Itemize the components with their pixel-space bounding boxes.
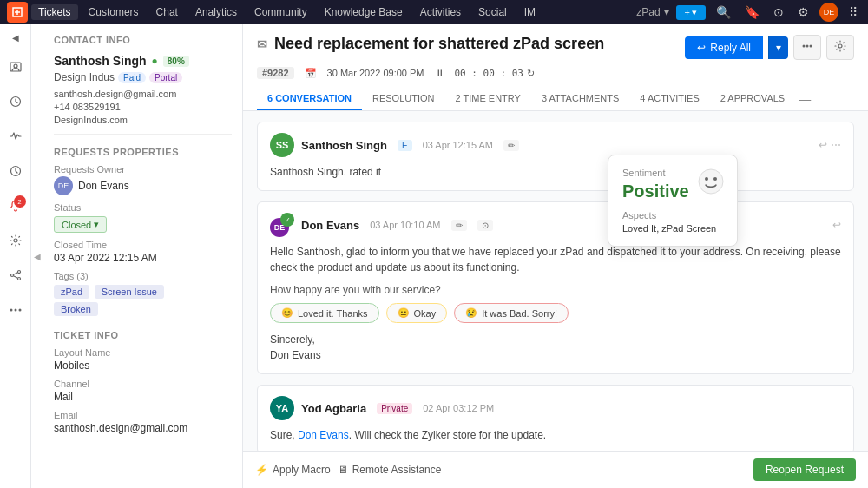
layout-value: Mobiles [54,359,232,372]
sidebar-icon-notifications[interactable]: 2 [3,194,28,218]
apply-macro-btn[interactable]: ⚡ Apply Macro [255,464,331,476]
tab-conversation[interactable]: 6 CONVERSATION [257,88,362,110]
svg-point-9 [10,309,12,312]
sidebar-icon-more[interactable] [3,298,28,322]
user-avatar[interactable]: DE [819,3,838,22]
msg-avatar-santhosh: SS [270,133,294,157]
sidebar-icon-activity[interactable] [3,124,28,148]
reply-all-button[interactable]: ↩ Reply All [685,36,763,59]
remote-icon: 🖥 [338,464,348,476]
message-header-3: YA Yod Agbaria Private 02 Apr 03:12 PM [270,396,841,420]
channel-label: Channel [54,379,232,389]
ticket-id: #9282 [257,67,294,79]
message-card-3: YA Yod Agbaria Private 02 Apr 03:12 PM S… [257,385,854,451]
nav-item-analytics[interactable]: Analytics [188,4,244,20]
status-value: Closed [62,220,91,230]
contact-score: 80% [163,56,189,67]
search-icon[interactable]: 🔍 [713,3,734,21]
msg-badge-don2: ⊙ [477,220,493,231]
closed-time-value: 03 Apr 2022 12:15 AM [54,252,232,264]
help-icon[interactable]: ⊙ [770,3,787,21]
owner-avatar: DE [54,176,73,195]
msg-badge-email: E [398,140,412,151]
more-options-button[interactable] [793,35,821,60]
channel-value: Mail [54,391,232,403]
calendar-icon: 📅 [305,68,317,79]
don-evans-link[interactable]: Don Evans [298,429,349,441]
msg-badge-edit: ✏ [503,140,519,151]
nav-item-chat[interactable]: Chat [149,4,185,20]
message-header-1: SS Santhosh Singh E 03 Apr 12:15 AM ✏ ↩ … [270,133,841,157]
status-badge[interactable]: Closed ▾ [54,216,107,233]
ticket-meta: #9282 📅 30 Mar 2022 09:00 PM ⏸ 00 : 00 :… [257,67,854,79]
msg-avatar-yod: YA [270,396,294,420]
pause-icon[interactable]: ⏸ [435,68,444,78]
msg-icon-reply2[interactable]: ↩ [832,219,841,231]
brand-label: zPad ▾ [636,6,668,18]
msg-icons-2: ↩ [832,219,841,231]
panel-collapse-btn[interactable]: ◀ [31,24,43,488]
remote-assistance-btn[interactable]: 🖥 Remote Assistance [338,464,442,476]
nav-item-customers[interactable]: Customers [82,4,146,20]
svg-point-6 [17,271,20,274]
rating-bad-btn[interactable]: 😢 It was Bad. Sorry! [454,303,569,323]
msg-icon-reply[interactable]: ↩ [819,139,827,151]
rating-section: How happy are you with our service? 😊 Lo… [270,284,841,323]
tab-attachments[interactable]: 3 ATTACHMENTS [531,88,629,110]
tab-approvals[interactable]: 2 APPROVALS [710,88,795,110]
ticket-info-title: TICKET INFO [54,330,232,340]
tag-portal: Portal [149,72,182,83]
sidebar-icon-settings2[interactable] [3,228,28,253]
message-header-2: DE ✓ Don Evans 03 Apr 10:10 AM ✏ ⊙ ↩ [270,213,841,237]
tab-time-entry[interactable]: 2 TIME ENTRY [445,88,531,110]
settings-ticket-button[interactable] [826,35,854,60]
nav-item-activities[interactable]: Activities [413,4,468,20]
sidebar-icon-share[interactable] [3,263,28,287]
contact-phone: +14 083529191 [54,102,232,112]
svg-point-8 [14,309,16,312]
apps-icon[interactable]: ⠿ [845,3,861,21]
new-button[interactable]: + ▾ [676,5,706,20]
nav-item-knowledge-base[interactable]: Knowledge Base [318,4,410,20]
nav-item-im[interactable]: IM [517,4,542,20]
msg-name-don: Don Evans [301,219,359,232]
msg-body-1: Santhosh Singh. rated it [270,164,841,180]
company-row: Design Indus Paid Portal [54,71,232,83]
tab-resolution[interactable]: RESOLUTION [362,88,445,110]
msg-time-1: 03 Apr 12:15 AM [423,140,493,150]
rating-okay-btn[interactable]: 😐 Okay [386,303,448,323]
owner-label: Requests Owner [54,164,232,175]
sidebar-collapse-btn[interactable]: ◀ [10,31,21,44]
rating-loved-btn[interactable]: 😊 Loved it. Thanks [270,303,379,323]
tag-screen-issue: Screen Issue [95,285,164,299]
rating-options: 😊 Loved it. Thanks 😐 Okay 😢 It was Bad. … [270,303,841,323]
tabs-more-icon[interactable]: — [799,92,811,106]
app-logo[interactable] [7,2,28,23]
svg-point-5 [10,274,13,277]
ticket-tabs: 6 CONVERSATION RESOLUTION 2 TIME ENTRY 3… [257,88,854,110]
contact-sidebar: CONTACT INFO Santhosh Singh ● 80% Design… [43,24,243,488]
contact-info-title: CONTACT INFO [54,35,232,45]
contact-website: DesignIndus.com [54,115,232,125]
sidebar-icon-time[interactable] [3,159,28,183]
settings-icon[interactable]: ⚙ [794,3,812,21]
owner-row: DE Don Evans [54,176,232,195]
macro-icon: ⚡ [255,464,268,476]
tab-activities[interactable]: 4 ACTIVITIES [629,88,709,110]
nav-item-community[interactable]: Community [247,4,314,20]
rating-question: How happy are you with our service? [270,284,841,296]
bottom-left-actions: ⚡ Apply Macro 🖥 Remote Assistance [255,464,441,476]
sidebar-icon-contacts[interactable] [3,55,28,79]
reopen-request-button[interactable]: Reopen Request [753,458,856,481]
bookmark-icon[interactable]: 🔖 [741,3,763,21]
ticket-actions: ↩ Reply All ▾ [685,35,854,60]
refresh-icon[interactable]: ↻ [527,68,535,79]
reply-all-dropdown-button[interactable]: ▾ [768,36,788,59]
nav-item-tickets[interactable]: Tickets [31,4,78,20]
sidebar-icon-deals[interactable] [3,89,28,114]
message-card-1: SS Santhosh Singh E 03 Apr 12:15 AM ✏ ↩ … [257,122,854,191]
nav-item-social[interactable]: Social [471,4,514,20]
tag-paid: Paid [118,72,146,83]
msg-icon-more[interactable]: ⋯ [831,139,841,151]
msg-name-santhosh: Santhosh Singh [301,139,387,152]
